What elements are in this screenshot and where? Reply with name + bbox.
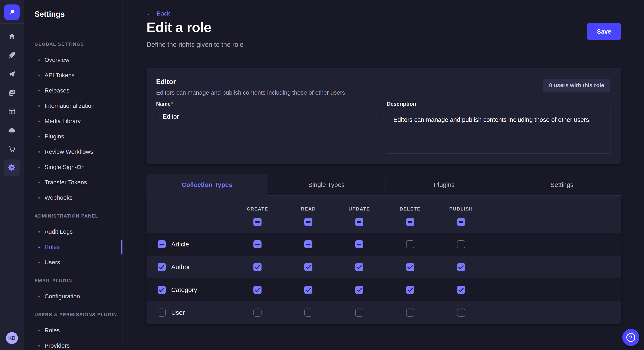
row-label: Category bbox=[171, 286, 197, 293]
strapi-logo[interactable] bbox=[4, 4, 20, 20]
shopping-cart-icon bbox=[8, 145, 16, 153]
category-update-checkbox[interactable] bbox=[355, 286, 363, 294]
row-checkbox-user[interactable] bbox=[158, 309, 166, 317]
sidebar-item-review-workflows[interactable]: Review Workflows bbox=[34, 144, 122, 160]
nav-content-manager[interactable] bbox=[0, 102, 24, 121]
author-delete-checkbox[interactable] bbox=[406, 263, 414, 271]
sidebar-item-plugins[interactable]: Plugins bbox=[34, 129, 122, 144]
divider bbox=[34, 25, 45, 25]
sidebar-item-media-library[interactable]: Media Library bbox=[34, 114, 122, 129]
divider bbox=[0, 23, 24, 24]
main-nav-rail: KD bbox=[0, 0, 24, 350]
author-create-checkbox[interactable] bbox=[254, 263, 262, 271]
bullet-icon bbox=[38, 75, 40, 76]
sidebar-item-roles-admin[interactable]: Roles bbox=[34, 239, 122, 255]
bullet-icon bbox=[38, 59, 40, 61]
sidebar-item-audit-logs[interactable]: Audit Logs bbox=[34, 224, 122, 239]
bullet-icon bbox=[38, 167, 40, 168]
row-checkbox-author[interactable] bbox=[158, 263, 166, 271]
row-checkbox-category[interactable] bbox=[158, 286, 166, 294]
nav-home[interactable] bbox=[0, 27, 24, 46]
required-asterisk: * bbox=[171, 101, 173, 107]
sidebar-item-releases[interactable]: Releases bbox=[34, 83, 122, 98]
bullet-icon bbox=[38, 105, 40, 107]
sidebar-item-configuration[interactable]: Configuration bbox=[34, 289, 122, 304]
sidebar-item-single-sign-on[interactable]: Single Sign-On bbox=[34, 160, 122, 175]
bullet-icon bbox=[38, 197, 40, 199]
role-name-heading: Editor bbox=[156, 78, 176, 86]
sidebar-item-internationalization[interactable]: Internationalization bbox=[34, 98, 122, 114]
select-all-create-checkbox[interactable] bbox=[254, 218, 262, 226]
nav-cloud[interactable] bbox=[0, 121, 24, 140]
name-field[interactable] bbox=[156, 108, 380, 125]
user-read-checkbox[interactable] bbox=[304, 309, 312, 317]
description-label: Description bbox=[387, 101, 416, 107]
select-all-publish-checkbox[interactable] bbox=[457, 218, 465, 226]
category-publish-checkbox[interactable] bbox=[457, 286, 465, 294]
author-publish-checkbox[interactable] bbox=[457, 263, 465, 271]
users-with-role-button[interactable]: 0 users with this role bbox=[543, 79, 610, 92]
user-publish-checkbox[interactable] bbox=[457, 309, 465, 317]
tab-plugins[interactable]: Plugins bbox=[385, 174, 503, 196]
select-all-read-checkbox[interactable] bbox=[304, 218, 312, 226]
nav-marketplace[interactable] bbox=[0, 140, 24, 158]
bullet-icon bbox=[38, 246, 40, 248]
bullet-icon bbox=[38, 136, 40, 137]
tab-settings[interactable]: Settings bbox=[503, 174, 621, 196]
nav-deploy[interactable] bbox=[0, 65, 24, 83]
user-delete-checkbox[interactable] bbox=[406, 309, 414, 317]
section-administration-panel: ADMINISTRATION PANEL bbox=[34, 210, 122, 222]
role-details-card: Editor Editors can manage and publish co… bbox=[146, 68, 621, 164]
bullet-icon bbox=[38, 296, 40, 297]
tab-collection-types[interactable]: Collection Types bbox=[146, 174, 268, 196]
article-create-checkbox[interactable] bbox=[254, 240, 262, 248]
nav-settings[interactable] bbox=[0, 158, 24, 177]
permissions-table: CREATE READ UPDATE DELETE PUBLISH Articl… bbox=[146, 196, 621, 324]
bullet-icon bbox=[38, 151, 40, 153]
tab-single-types[interactable]: Single Types bbox=[268, 174, 385, 196]
row-checkbox-article[interactable] bbox=[158, 240, 166, 248]
description-field[interactable]: Editors can manage and publish contents … bbox=[387, 108, 611, 154]
images-icon bbox=[8, 88, 16, 97]
save-button[interactable]: Save bbox=[587, 23, 621, 40]
select-all-delete-checkbox[interactable] bbox=[406, 218, 414, 226]
sidebar-item-overview[interactable]: Overview bbox=[34, 52, 122, 68]
select-all-update-checkbox[interactable] bbox=[355, 218, 363, 226]
user-create-checkbox[interactable] bbox=[254, 309, 262, 317]
sidebar-item-webhooks[interactable]: Webhooks bbox=[34, 190, 122, 205]
settings-sidebar: Settings GLOBAL SETTINGS Overview API To… bbox=[24, 0, 122, 350]
sidebar-item-users[interactable]: Users bbox=[34, 255, 122, 270]
page-subtitle: Define the rights given to the role bbox=[146, 41, 244, 48]
article-publish-checkbox[interactable] bbox=[457, 240, 465, 248]
article-read-checkbox[interactable] bbox=[304, 240, 312, 248]
nav-media-library[interactable] bbox=[0, 83, 24, 102]
bullet-icon bbox=[38, 330, 40, 331]
permissions-table-header: CREATE READ UPDATE DELETE PUBLISH bbox=[146, 196, 621, 233]
category-delete-checkbox[interactable] bbox=[406, 286, 414, 294]
sidebar-item-api-tokens[interactable]: API Tokens bbox=[34, 68, 122, 83]
home-icon bbox=[8, 32, 16, 41]
sidebar-item-roles-up[interactable]: Roles bbox=[34, 323, 122, 338]
layout-icon bbox=[8, 107, 16, 116]
sidebar-item-transfer-tokens[interactable]: Transfer Tokens bbox=[34, 175, 122, 190]
sidebar-item-providers[interactable]: Providers bbox=[34, 338, 122, 350]
help-button[interactable]: ? bbox=[622, 329, 639, 346]
back-link[interactable]: ← Back bbox=[146, 10, 170, 17]
name-label: Name* bbox=[156, 101, 173, 107]
category-read-checkbox[interactable] bbox=[304, 286, 312, 294]
author-update-checkbox[interactable] bbox=[355, 263, 363, 271]
row-label: Author bbox=[171, 263, 190, 271]
category-create-checkbox[interactable] bbox=[254, 286, 262, 294]
permissions-panel: Collection Types Single Types Plugins Se… bbox=[146, 174, 621, 324]
column-header-publish: PUBLISH bbox=[449, 206, 473, 212]
user-avatar[interactable]: KD bbox=[6, 332, 18, 344]
rail-nav bbox=[0, 27, 24, 177]
nav-content-type-builder[interactable] bbox=[0, 46, 24, 65]
back-label: Back bbox=[157, 10, 170, 17]
article-update-checkbox[interactable] bbox=[355, 240, 363, 248]
table-row-category: Category bbox=[146, 278, 621, 301]
author-read-checkbox[interactable] bbox=[304, 263, 312, 271]
article-delete-checkbox[interactable] bbox=[406, 240, 414, 248]
user-update-checkbox[interactable] bbox=[355, 309, 363, 317]
gear-icon bbox=[8, 163, 16, 172]
